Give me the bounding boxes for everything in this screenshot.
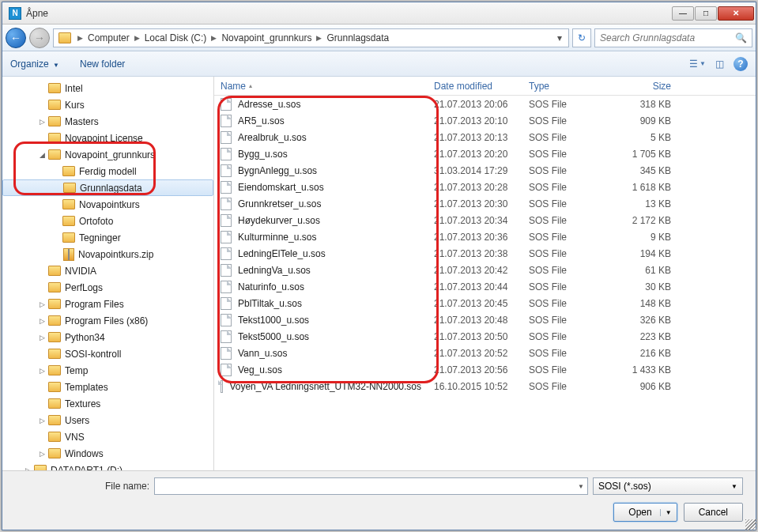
expander-icon[interactable]: ▷ [37, 317, 47, 325]
tree-item[interactable]: Intel [2, 80, 213, 96]
file-row[interactable]: Eiendomskart_u.sos21.07.2013 20:28SOS Fi… [214, 179, 756, 195]
filetype-filter[interactable]: SOSI (*.sos)▼ [593, 477, 743, 495]
file-row[interactable]: LedningElTele_u.sos21.07.2013 20:38SOS F… [214, 245, 756, 262]
file-date: 31.03.2014 17:29 [428, 165, 522, 176]
window-title: Åpne [26, 8, 671, 19]
chevron-right-icon[interactable]: ▶ [208, 34, 220, 42]
refresh-button[interactable]: ↻ [572, 28, 591, 47]
nav-forward-button[interactable]: → [29, 28, 50, 48]
file-type: SOS File [522, 364, 613, 375]
tree-item[interactable]: VNS [2, 428, 213, 445]
tree-item[interactable]: Grunnlagsdata [2, 179, 213, 196]
expander-icon[interactable]: ◢ [37, 151, 47, 159]
file-row[interactable]: Bygg_u.sos21.07.2013 20:20SOS File1 705 … [214, 145, 756, 162]
organize-menu[interactable]: Organize ▼ [10, 58, 59, 70]
file-row[interactable]: Voyen_VA Ledningsnett_UTM32-NN2000.sos16… [214, 378, 756, 394]
file-row[interactable]: PblTiltak_u.sos21.07.2013 20:45SOS File1… [214, 295, 756, 311]
tree-item[interactable]: ▷DATAPART1 (D:) [2, 462, 213, 470]
file-size: 326 KB [613, 315, 677, 326]
search-icon[interactable]: 🔍 [730, 32, 752, 43]
file-row[interactable]: LedningVa_u.sos21.07.2013 20:42SOS File6… [214, 262, 756, 278]
column-header-name[interactable]: Name ▴ [214, 81, 428, 92]
file-name: Naturinfo_u.sos [238, 281, 304, 292]
file-row[interactable]: Naturinfo_u.sos21.07.2013 20:44SOS File3… [214, 278, 756, 295]
chevron-right-icon[interactable]: ▶ [131, 34, 143, 42]
tree-item[interactable]: Novapointkurs.zip [2, 246, 213, 262]
close-button[interactable]: ✕ [718, 6, 754, 21]
file-row[interactable]: Vann_u.sos21.07.2013 20:52SOS File216 KB [214, 345, 756, 361]
file-date: 21.07.2013 20:44 [428, 281, 522, 292]
open-button[interactable]: Open▼ [613, 503, 677, 522]
filename-label: File name: [15, 481, 149, 492]
tree-item[interactable]: Novapoint License [2, 130, 213, 146]
tree-item[interactable]: Templates [2, 379, 213, 395]
file-row[interactable]: Adresse_u.sos21.07.2013 20:06SOS File318… [214, 96, 756, 112]
expander-icon[interactable]: ▷ [37, 450, 47, 458]
folder-tree[interactable]: IntelKurs▷MastersNovapoint License◢Novap… [2, 77, 214, 470]
tree-item[interactable]: Ortofoto [2, 213, 213, 229]
breadcrumb[interactable]: ▶ Computer ▶ Local Disk (C:) ▶ Novapoint… [53, 28, 569, 47]
tree-item[interactable]: ▷Program Files [2, 296, 213, 312]
preview-pane-button[interactable]: ◫ [715, 58, 724, 70]
file-row[interactable]: Tekst5000_u.sos21.07.2013 20:50SOS File2… [214, 328, 756, 345]
view-options-button[interactable]: ☰ ▼ [689, 58, 706, 70]
search-box[interactable]: 🔍 [594, 28, 752, 47]
file-row[interactable]: BygnAnlegg_u.sos31.03.2014 17:29SOS File… [214, 162, 756, 179]
tree-item[interactable]: NVIDIA [2, 262, 213, 279]
breadcrumb-item[interactable]: Novapoint_grunnkurs [220, 32, 313, 43]
column-header-size[interactable]: Size [613, 81, 677, 92]
file-name: BygnAnlegg_u.sos [238, 165, 317, 176]
tree-item[interactable]: ▷Users [2, 412, 213, 428]
nav-back-button[interactable]: ← [6, 28, 26, 48]
column-header-type[interactable]: Type [522, 81, 613, 92]
maximize-button[interactable]: □ [695, 6, 717, 21]
tree-item[interactable]: Tegninger [2, 229, 213, 246]
expander-icon[interactable]: ▷ [37, 118, 47, 126]
file-row[interactable]: Grunnkretser_u.sos21.07.2013 20:30SOS Fi… [214, 195, 756, 212]
breadcrumb-item[interactable]: Grunnlagsdata [325, 32, 390, 43]
tree-item[interactable]: ▷Temp [2, 362, 213, 379]
expander-icon[interactable]: ▷ [37, 367, 47, 375]
chevron-right-icon[interactable]: ▶ [74, 34, 86, 42]
file-name: Adresse_u.sos [238, 99, 300, 110]
breadcrumb-item[interactable]: Computer [86, 32, 131, 43]
filename-input[interactable]: ▼ [154, 477, 588, 495]
expander-icon[interactable]: ▷ [23, 466, 32, 471]
file-row[interactable]: Høydekurver_u.sos21.07.2013 20:34SOS Fil… [214, 212, 756, 228]
file-row[interactable]: Arealbruk_u.sos21.07.2013 20:13SOS File5… [214, 129, 756, 145]
file-row[interactable]: Veg_u.sos21.07.2013 20:56SOS File1 433 K… [214, 361, 756, 378]
tree-item[interactable]: ▷Program Files (x86) [2, 312, 213, 329]
cancel-button[interactable]: Cancel [684, 503, 743, 522]
expander-icon[interactable]: ▷ [37, 300, 47, 308]
tree-item[interactable]: Ferdig modell [2, 163, 213, 179]
search-input[interactable] [595, 32, 730, 43]
tree-item[interactable]: ▷Python34 [2, 329, 213, 345]
chevron-right-icon[interactable]: ▶ [313, 34, 325, 42]
minimize-button[interactable]: — [672, 6, 694, 21]
file-row[interactable]: AR5_u.sos21.07.2013 20:10SOS File909 KB [214, 112, 756, 129]
chevron-down-icon[interactable]: ▼ [578, 483, 584, 490]
tree-item-label: Tegninger [79, 232, 121, 243]
folder-icon [62, 199, 75, 209]
new-folder-button[interactable]: New folder [80, 58, 125, 70]
tree-item[interactable]: Kurs [2, 96, 213, 113]
tree-item[interactable]: ▷Masters [2, 113, 213, 130]
tree-item[interactable]: Novapointkurs [2, 196, 213, 213]
chevron-down-icon[interactable]: ▾ [552, 32, 567, 43]
expander-icon[interactable]: ▷ [37, 334, 47, 341]
help-button[interactable]: ? [733, 57, 748, 71]
tree-item[interactable]: ◢Novapoint_grunnkurs [2, 146, 213, 163]
file-list-body[interactable]: Adresse_u.sos21.07.2013 20:06SOS File318… [214, 96, 756, 470]
tree-item[interactable]: PerfLogs [2, 279, 213, 296]
expander-icon[interactable]: ▷ [37, 417, 47, 424]
tree-item[interactable]: SOSI-kontroll [2, 345, 213, 362]
breadcrumb-item[interactable]: Local Disk (C:) [143, 32, 209, 43]
tree-item[interactable]: ▷Windows [2, 445, 213, 462]
file-row[interactable]: Tekst1000_u.sos21.07.2013 20:48SOS File3… [214, 311, 756, 328]
resize-grip[interactable] [745, 519, 756, 530]
file-size: 9 KB [613, 232, 677, 243]
open-split-dropdown[interactable]: ▼ [660, 509, 672, 516]
column-header-date[interactable]: Date modified [428, 81, 522, 92]
tree-item[interactable]: Textures [2, 395, 213, 412]
file-row[interactable]: Kulturminne_u.sos21.07.2013 20:36SOS Fil… [214, 228, 756, 245]
